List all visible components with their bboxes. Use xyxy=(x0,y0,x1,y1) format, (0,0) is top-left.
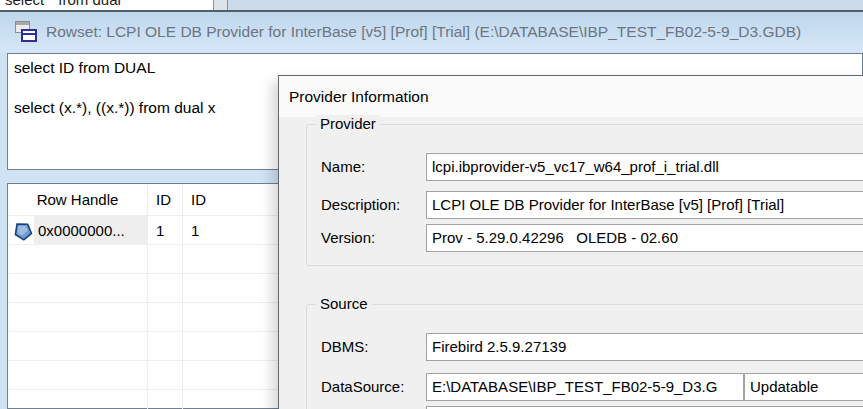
cascade-windows-icon[interactable] xyxy=(14,21,39,44)
datasource-label: DataSource: xyxy=(321,373,404,401)
row-handle-arrow-icon xyxy=(12,220,33,241)
dbms-label: DBMS: xyxy=(321,333,369,361)
provider-group-label: Provider xyxy=(316,115,380,132)
name-label: Name: xyxy=(321,153,365,181)
rowset-window-title: Rowset: LCPI OLE DB Provider for InterBa… xyxy=(46,23,801,41)
description-field[interactable]: LCPI OLE DB Provider for InterBase [v5] … xyxy=(426,191,863,219)
id1-value: 1 xyxy=(148,216,183,244)
screen: select * from dual Rowset: LCPI OLE DB P… xyxy=(0,0,863,409)
background-window-sliver: select * from dual xyxy=(0,0,213,10)
column-header-id1[interactable]: ID xyxy=(148,184,183,215)
provider-information-dialog: Provider Information Provider Name: lcpi… xyxy=(278,75,863,409)
column-header-row-handle[interactable]: Row Handle xyxy=(8,184,148,215)
description-label: Description: xyxy=(321,191,400,219)
rowset-window-titlebar[interactable]: Rowset: LCPI OLE DB Provider for InterBa… xyxy=(0,12,863,52)
name-field[interactable]: lcpi.ibprovider-v5_vc17_w64_prof_i_trial… xyxy=(426,153,863,181)
version-label: Version: xyxy=(321,224,375,252)
datasource-field[interactable]: E:\DATABASE\IBP_TEST_FB02-5-9_D3.G xyxy=(426,373,744,401)
background-window-area xyxy=(228,0,863,10)
dialog-titlebar[interactable]: Provider Information xyxy=(279,76,863,117)
row-handle-value: 0x0000000... xyxy=(38,216,125,245)
updatable-field[interactable]: Updatable xyxy=(744,373,863,401)
version-field[interactable]: Prov - 5.29.0.42296 OLEDB - 02.60 xyxy=(426,224,863,252)
dbms-field[interactable]: Firebird 2.5.9.27139 xyxy=(426,333,863,361)
background-sql-text: select * from dual xyxy=(5,0,121,8)
background-scrollbar-fragment[interactable] xyxy=(213,0,228,10)
source-group-label: Source xyxy=(316,295,372,312)
